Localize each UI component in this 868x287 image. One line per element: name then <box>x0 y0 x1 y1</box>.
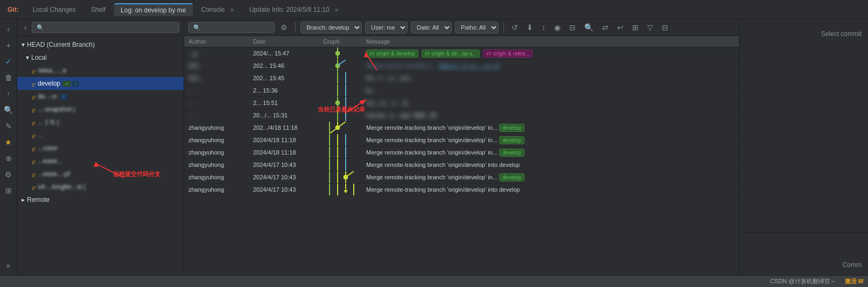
log-settings-btn[interactable]: ⚙ <box>278 22 290 33</box>
table-row[interactable]: 202... 202... 15:45 Re...t "...cr... sch… <box>184 72 739 85</box>
author-cell: 202... <box>184 72 249 85</box>
date-dropdown[interactable]: Date: All <box>411 22 452 33</box>
table-row[interactable]: ... 2... 15:36 fix... <box>184 85 739 97</box>
panel-btn[interactable]: ⊟ <box>659 22 671 33</box>
branch-dropdown[interactable]: Branch: develop <box>300 22 362 33</box>
table-row[interactable]: ... 20.../... 15:31 fix(cmp...e...-api):… <box>184 109 739 122</box>
settings-btn[interactable]: ⚙ <box>1 167 16 182</box>
author-cell: zhangyuhong <box>184 171 249 184</box>
expand-btn[interactable]: » <box>1 258 16 273</box>
sidebar-item-branch-8[interactable]: 𝜌 ...ease... <box>17 155 184 167</box>
refresh-btn[interactable]: ↺ <box>509 22 521 33</box>
tab-shelf[interactable]: Shelf <box>85 4 112 16</box>
branch-icon-4: 𝜌 <box>32 106 36 113</box>
circle-plus-btn[interactable]: ⊕ <box>1 151 16 166</box>
delete-btn[interactable]: 🗑 <box>1 70 16 85</box>
sidebar-item-branch-7[interactable]: 𝜌 ...case- <box>17 142 184 155</box>
sidebar-item-remote[interactable]: ▸ Remote <box>17 193 184 206</box>
paths-dropdown[interactable]: Paths: All <box>455 22 499 33</box>
bottom-bar: CSDN @计算机翻译官～ 激活 W <box>0 275 868 287</box>
push-btn[interactable]: ↑ <box>1 86 16 101</box>
message-cell: fix... <box>362 85 739 97</box>
branch3-tag: ↑ <box>60 94 67 100</box>
commit-tag: 🏷 origin & de...op-s... <box>422 50 480 58</box>
log-search-btn[interactable]: 🔍 <box>582 22 596 33</box>
sidebar-item-branch-develop[interactable]: 𝜌 develop ✓ ↑ <box>17 77 184 90</box>
table-row[interactable]: zhangyuhong 2024/4/17 10:43 <box>184 171 739 184</box>
author-cell: zhangyuhong <box>184 159 249 171</box>
star-btn[interactable]: ★ <box>1 135 16 150</box>
table-row[interactable]: 202... 202... 15:46 Merge branch ' <box>184 60 739 72</box>
sidebar-item-branch-5[interactable]: 𝜌 ... 1 fc ( <box>17 116 184 129</box>
sidebar-toolbar: ‹ <box>17 19 184 36</box>
grid2-btn[interactable]: ⊞ <box>629 22 641 33</box>
collapse-btn[interactable]: ‹ <box>1 22 16 37</box>
tab-log[interactable]: Log: on develop by me <box>114 3 192 16</box>
date-cell: 2... 15:36 <box>249 85 319 97</box>
sidebar-item-branch-4[interactable]: 𝜌 ...-snapshot ( <box>17 103 184 116</box>
close-console-icon[interactable]: ✕ <box>230 7 234 13</box>
sidebar-item-local[interactable]: ▾ Local <box>17 51 184 64</box>
graph-cell <box>319 146 362 159</box>
table-row[interactable]: zhangyuhong 2024/4/18 11:18 Merge <box>184 146 739 159</box>
sidebar-item-branch-10[interactable]: 𝜌 v4-...longfer...st ( <box>17 180 184 193</box>
graph-cell <box>319 109 362 122</box>
table-row[interactable]: zhangyuhong 202.../4/18 11:18 <box>184 122 739 134</box>
git-label: Git: <box>4 6 22 13</box>
date-cell: 2... 15:51 <box>249 97 319 109</box>
commit-tag: 🏷 origin & relea... <box>483 50 533 58</box>
push-up-btn[interactable]: ↕ <box>539 22 548 33</box>
sidebar-item-branch-9[interactable]: 𝜌 ...ease...-pf <box>17 167 184 180</box>
grid-btn[interactable]: ⊞ <box>1 183 16 198</box>
add-btn[interactable]: + <box>1 38 16 53</box>
graph-cell <box>319 134 362 146</box>
tab-console[interactable]: Console ✕ <box>195 4 241 16</box>
table-row[interactable]: zhangyuhong 2024/4/18 11:18 Merge <box>184 134 739 146</box>
table-row[interactable]: zhangyuhong 2024/4/17 10:43 Merge <box>184 159 739 171</box>
message-cell: Merge branch 'develop' o... https://...?… <box>362 60 739 72</box>
branch-icon-10: 𝜌 <box>32 183 36 191</box>
author-cell: ... <box>184 109 249 122</box>
remote-label: Remote <box>27 196 50 204</box>
table-row[interactable]: zhangyuhong 2024/4/17 10:43 <box>184 184 739 196</box>
search-btn[interactable]: 🔍 <box>1 102 16 117</box>
undo-btn[interactable]: ↩ <box>614 22 626 33</box>
close-update-icon[interactable]: ✕ <box>334 7 339 13</box>
message-cell: Merge remote-tracking branch 'origin/dev… <box>362 122 739 134</box>
right-panel: Select commit Comm <box>739 19 868 275</box>
branch-icon-1: 𝜌 <box>32 67 36 74</box>
col-date: Date <box>249 36 319 47</box>
table-row[interactable]: ... 2... 15:51 fix(...) h... s... <box>184 97 739 109</box>
sidebar-item-branch-1[interactable]: 𝜌 relea......e <box>17 64 184 77</box>
toolbar-sep-2 <box>503 22 504 33</box>
log-search-input[interactable] <box>188 22 275 33</box>
sidebar-search-input[interactable] <box>32 22 179 33</box>
sidebar-item-head[interactable]: ▾ HEAD (Current Branch) <box>17 38 184 51</box>
user-dropdown[interactable]: User: me <box>365 22 408 33</box>
message-cell: Merge remote-tracking branch 'origin/dev… <box>362 184 739 196</box>
tab-update-info[interactable]: Update Info: 2024/5/8 11:10 ✕ <box>243 4 345 16</box>
author-cell: zhangyuhong <box>184 184 249 196</box>
date-cell: 2024/... 15:47 <box>249 47 319 60</box>
date-cell: 20.../... 15:31 <box>249 109 319 122</box>
message-cell: Merge remote-tracking branch 'origin/dev… <box>362 134 739 146</box>
chevron-down-icon: ▾ <box>22 41 25 48</box>
sidebar-item-branch-3[interactable]: 𝜌 de...-o- ↑ <box>17 90 184 103</box>
commit-tag: develop <box>499 173 524 181</box>
log-area: ⚙ Branch: develop User: me Date: All Pat… <box>184 19 739 275</box>
sidebar-back-btn[interactable]: ‹ <box>22 22 30 33</box>
date-cell: 202... 15:45 <box>249 72 319 85</box>
fetch-btn[interactable]: ⬇ <box>524 22 536 33</box>
arrows-btn[interactable]: ⇄ <box>599 22 611 33</box>
check-btn[interactable]: ✓ <box>1 54 16 69</box>
graph-cell <box>319 159 362 171</box>
funnel-btn[interactable]: ▽ <box>645 22 656 33</box>
log-table-wrapper: Author Date Graph Message ...g 2024/... … <box>184 36 739 275</box>
edit-btn[interactable]: ✎ <box>1 118 16 134</box>
table-row[interactable]: ...g 2024/... 15:47 🏷 origin & develop <box>184 47 739 60</box>
tab-local-changes[interactable]: Local Changes <box>26 4 82 16</box>
eye-btn[interactable]: ◉ <box>551 22 563 33</box>
message-cell: Merge remote-tracking branch 'origin/dev… <box>362 146 739 159</box>
sidebar-item-branch-6[interactable]: 𝜌 ... <box>17 129 184 142</box>
window-btn[interactable]: ⊟ <box>566 22 578 33</box>
